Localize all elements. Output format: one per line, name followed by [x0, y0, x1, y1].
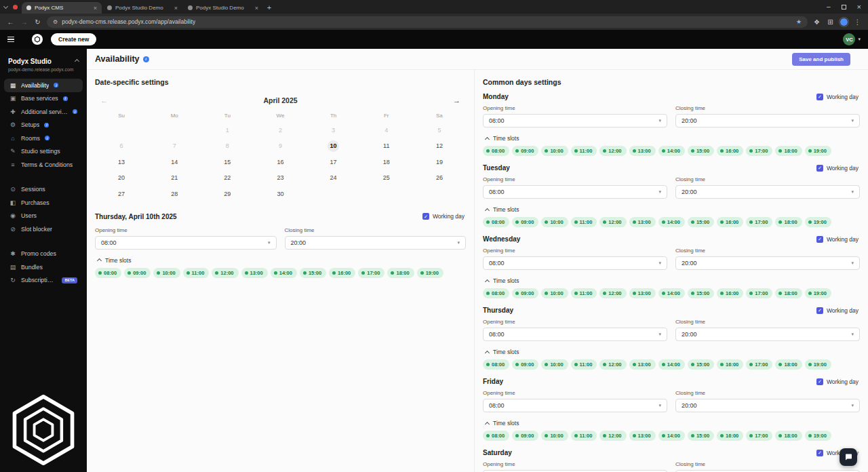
calendar-date[interactable]: 19 [413, 154, 466, 170]
time-slot-pill[interactable]: 12:00 [599, 288, 626, 298]
time-slot-pill[interactable]: 17:00 [746, 359, 772, 370]
calendar-date[interactable]: 9 [254, 138, 307, 155]
working-day-toggle[interactable]: ✓ Working day [816, 307, 859, 314]
time-slot-pill[interactable]: 19:00 [805, 146, 831, 156]
time-slot-pill[interactable]: 19:00 [417, 268, 443, 278]
opening-time-select[interactable]: 08:00 ▾ [483, 256, 667, 270]
minimize-icon[interactable]: – [827, 3, 831, 10]
working-day-checkbox[interactable]: ✓ [816, 378, 823, 385]
calendar-date[interactable]: 25 [360, 170, 413, 186]
sidebar-item-purchases[interactable]: ◧Purchases [4, 196, 83, 210]
opening-time-select[interactable]: 08:00 ▾ [483, 185, 667, 199]
closing-time-select[interactable]: 20:00 ▾ [675, 185, 860, 199]
time-slot-pill[interactable]: 09:00 [512, 359, 538, 370]
time-slots-toggle[interactable]: Time slots [483, 135, 860, 142]
back-icon[interactable]: ← [6, 18, 15, 26]
sidebar-item-slot-blocker[interactable]: ⊘Slot blocker [4, 222, 83, 236]
opening-time-select[interactable]: 08:00 ▾ [95, 236, 277, 250]
time-slot-pill[interactable]: 08:00 [483, 217, 509, 227]
time-slot-pill[interactable]: 18:00 [775, 288, 802, 298]
calendar-date[interactable]: 11 [360, 138, 413, 155]
working-day-checkbox[interactable]: ✓ [816, 94, 823, 100]
sidebar-item-bundles[interactable]: ▤Bundles [4, 260, 83, 274]
sidebar-item-sessions[interactable]: ⊙Sessions [4, 183, 83, 197]
working-day-checkbox[interactable]: ✓ [816, 165, 823, 172]
calendar-date[interactable]: 15 [201, 154, 254, 170]
forward-icon[interactable]: → [20, 18, 28, 26]
calendar-date[interactable]: 14 [148, 154, 201, 170]
time-slot-pill[interactable]: 09:00 [512, 288, 538, 298]
chat-widget-button[interactable] [840, 448, 857, 466]
time-slot-pill[interactable]: 11:00 [571, 431, 597, 441]
time-slot-pill[interactable]: 13:00 [241, 268, 268, 278]
time-slot-pill[interactable]: 13:00 [629, 431, 656, 441]
tab-close-icon[interactable]: × [174, 5, 178, 12]
time-slot-pill[interactable]: 19:00 [805, 431, 831, 441]
calendar-date[interactable]: 6 [95, 138, 148, 155]
close-icon[interactable]: × [857, 3, 861, 11]
opening-time-select[interactable]: 08:00 ▾ [483, 114, 667, 127]
time-slot-pill[interactable]: 16:00 [717, 431, 743, 441]
reload-icon[interactable]: ↻ [33, 18, 42, 26]
time-slot-pill[interactable]: 14:00 [658, 146, 685, 156]
site-settings-icon[interactable]: ⚙ [53, 19, 58, 25]
calendar-date[interactable]: 5 [413, 122, 466, 138]
calendar-date[interactable]: 30 [254, 186, 307, 202]
time-slot-pill[interactable]: 15:00 [688, 217, 714, 227]
time-slot-pill[interactable]: 08:00 [483, 146, 509, 156]
closing-time-select[interactable]: 20:00 ▾ [675, 114, 860, 127]
browser-tab[interactable]: Podyx CMS× [22, 2, 102, 14]
closing-time-select[interactable]: 20:00 ▾ [675, 328, 860, 341]
time-slot-pill[interactable]: 12:00 [599, 217, 626, 227]
time-slot-pill[interactable]: 17:00 [746, 146, 772, 156]
time-slot-pill[interactable]: 11:00 [183, 268, 210, 278]
calendar-date[interactable]: 18 [360, 154, 413, 170]
time-slots-toggle[interactable]: Time slots [95, 257, 466, 264]
browser-tab[interactable]: Podyx Studio Demo× [183, 2, 263, 14]
working-day-checkbox[interactable]: ✓ [816, 450, 823, 456]
tab-close-icon[interactable]: × [94, 5, 97, 12]
calendar-date[interactable]: 17 [307, 154, 360, 170]
time-slot-pill[interactable]: 16:00 [717, 288, 743, 298]
tab-close-icon[interactable]: × [255, 5, 258, 12]
time-slot-pill[interactable]: 18:00 [775, 359, 802, 370]
info-icon[interactable]: i [143, 56, 149, 62]
time-slot-pill[interactable]: 13:00 [629, 146, 656, 156]
calendar-date[interactable]: 13 [95, 154, 148, 170]
time-slot-pill[interactable]: 14:00 [658, 431, 685, 441]
sidebar-item-setups[interactable]: ⚙Setupsi [4, 119, 83, 132]
time-slot-pill[interactable]: 14:00 [658, 359, 685, 370]
calendar-date[interactable]: 24 [307, 170, 360, 186]
working-day-toggle[interactable]: ✓ Working day [816, 165, 859, 172]
create-new-button[interactable]: Create new [51, 33, 96, 45]
time-slot-pill[interactable]: 08:00 [483, 431, 509, 441]
time-slot-pill[interactable]: 16:00 [329, 268, 355, 278]
opening-time-select[interactable]: 08:00 ▾ [483, 328, 667, 341]
calendar-date[interactable]: 21 [148, 170, 201, 186]
time-slots-toggle[interactable]: Time slots [483, 206, 860, 213]
extensions-icon[interactable]: ❖ [812, 18, 821, 26]
time-slot-pill[interactable]: 10:00 [153, 268, 180, 278]
sidebar-item-base-services[interactable]: ▣Base servicesi [4, 92, 83, 106]
time-slot-pill[interactable]: 10:00 [541, 431, 568, 441]
time-slot-pill[interactable]: 15:00 [688, 288, 714, 298]
time-slot-pill[interactable]: 11:00 [571, 217, 597, 227]
calendar-date[interactable]: 27 [95, 186, 148, 202]
chevron-down-icon[interactable]: ▾ [858, 37, 861, 42]
time-slot-pill[interactable]: 16:00 [717, 146, 743, 156]
time-slot-pill[interactable]: 10:00 [541, 217, 568, 227]
time-slot-pill[interactable]: 17:00 [746, 431, 772, 441]
hamburger-menu-icon[interactable] [7, 37, 14, 42]
time-slot-pill[interactable]: 11:00 [571, 359, 597, 370]
calendar-date[interactable]: 2 [254, 122, 307, 138]
time-slot-pill[interactable]: 18:00 [775, 146, 802, 156]
working-day-toggle[interactable]: ✓ Working day [816, 236, 859, 243]
calendar-date[interactable]: 22 [201, 170, 254, 186]
sidebar-item-availability[interactable]: ▦Availabilityi [4, 79, 83, 92]
time-slot-pill[interactable]: 17:00 [746, 288, 772, 298]
working-day-checkbox[interactable]: ✓ [816, 307, 823, 314]
time-slot-pill[interactable]: 15:00 [688, 146, 714, 156]
time-slot-pill[interactable]: 15:00 [688, 431, 714, 441]
calendar-date[interactable]: 28 [148, 186, 201, 202]
calendar-date[interactable]: 8 [201, 138, 254, 155]
